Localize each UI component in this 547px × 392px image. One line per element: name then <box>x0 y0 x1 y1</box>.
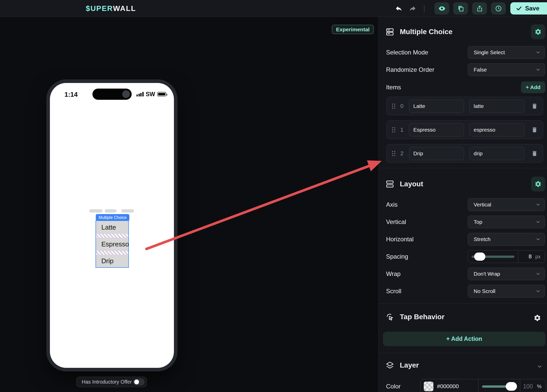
history-button[interactable] <box>491 2 506 15</box>
opacity-slider[interactable] <box>478 379 520 392</box>
axis-label: Axis <box>386 198 398 211</box>
color-control: #000000 100 % <box>420 379 546 392</box>
chevron-down-icon <box>536 202 541 207</box>
copy-icon <box>457 5 464 12</box>
trash-icon <box>531 127 538 133</box>
delete-item-button[interactable] <box>531 126 538 134</box>
clock-icon <box>495 5 502 12</box>
placeholder-pill <box>89 209 103 213</box>
item-label-input[interactable] <box>409 100 464 113</box>
component-section-header: Multiple Choice <box>386 27 453 36</box>
choice-option[interactable]: Espresso <box>96 237 128 251</box>
toolbar-divider <box>424 5 425 12</box>
section-title: Multiple Choice <box>400 28 453 36</box>
section-title: Layer <box>400 361 419 369</box>
section-divider <box>379 353 547 353</box>
chevron-down-icon <box>536 271 541 276</box>
component-settings-button[interactable] <box>531 24 545 39</box>
redo-button[interactable] <box>408 4 417 12</box>
layout-settings-button[interactable] <box>531 177 545 191</box>
toggle-knob <box>134 380 139 384</box>
spacing-value[interactable]: 8 <box>529 253 532 260</box>
item-index: 0 <box>399 103 404 109</box>
color-hex-value[interactable]: #000000 <box>437 383 459 390</box>
editor-canvas: Experimental 1:14 SW Multiple Choice <box>0 17 378 392</box>
share-button[interactable] <box>472 2 487 15</box>
intro-offer-label: Has Introductory Offer <box>82 379 132 385</box>
carrier-label: SW <box>146 91 155 98</box>
selection-mode-label: Selection Mode <box>386 46 428 59</box>
item-label-input[interactable] <box>409 147 464 160</box>
gear-icon <box>534 314 541 322</box>
placeholder-pill <box>121 209 134 213</box>
undo-icon <box>395 5 403 12</box>
eye-icon <box>439 5 445 12</box>
section-title: Layout <box>400 180 423 188</box>
dropdown-value: Top <box>474 219 482 225</box>
list-icon <box>386 27 394 36</box>
spacing-label: Spacing <box>386 250 408 263</box>
chevron-down-icon <box>536 219 541 225</box>
preview-button[interactable] <box>434 2 449 15</box>
scroll-label: Scroll <box>386 285 401 298</box>
layer-collapse-chevron[interactable] <box>537 363 543 370</box>
save-button[interactable]: Save <box>510 2 547 15</box>
vertical-dropdown[interactable]: Top <box>468 216 545 228</box>
drag-handle-icon[interactable] <box>392 104 395 109</box>
tap-behavior-settings-button[interactable] <box>534 314 542 322</box>
item-value-input[interactable] <box>469 100 524 113</box>
spacing-stripe <box>96 234 128 237</box>
layout-rows-icon <box>386 180 394 188</box>
opacity-value[interactable]: 100 <box>523 383 533 390</box>
cursor-click-icon <box>386 313 394 321</box>
trash-icon <box>531 150 538 157</box>
add-item-button[interactable]: + Add <box>521 81 545 93</box>
duplicate-button[interactable] <box>453 2 468 15</box>
item-index: 2 <box>399 150 404 157</box>
save-label: Save <box>525 5 539 12</box>
slider-knob[interactable] <box>474 253 485 261</box>
placeholder-pill <box>105 209 117 213</box>
add-action-button[interactable]: + Add Action <box>383 332 545 346</box>
intro-offer-toggle[interactable] <box>133 379 144 385</box>
multiple-choice-component[interactable]: Latte Espresso Drip <box>95 220 129 268</box>
item-value-input[interactable] <box>469 123 524 136</box>
experimental-badge: Experimental <box>332 25 374 34</box>
item-index: 1 <box>399 127 404 133</box>
section-divider <box>379 168 547 168</box>
color-swatch[interactable] <box>424 382 433 391</box>
tap-behavior-header: Tap Behavior <box>386 313 444 321</box>
choice-option[interactable]: Drip <box>96 255 128 267</box>
layer-section-header: Layer <box>386 361 419 370</box>
dropdown-value: False <box>474 67 487 73</box>
chevron-down-icon <box>536 67 541 72</box>
top-bar: $UPERWALL Save <box>0 0 547 17</box>
phone-mockup: 1:14 SW Multiple Choice Latte Espresso <box>46 79 177 371</box>
delete-item-button[interactable] <box>531 102 538 110</box>
slider-knob[interactable] <box>506 382 517 391</box>
delete-item-button[interactable] <box>531 150 538 157</box>
signal-icon <box>136 92 144 96</box>
wrap-dropdown[interactable]: Don't Wrap <box>468 268 545 280</box>
dropdown-value: Stretch <box>474 236 491 242</box>
dropdown-value: Vertical <box>474 202 491 208</box>
axis-dropdown[interactable]: Vertical <box>468 198 545 211</box>
undo-button[interactable] <box>395 4 403 12</box>
scroll-dropdown[interactable]: No Scroll <box>468 285 545 298</box>
wrap-label: Wrap <box>386 268 401 280</box>
spacing-stripe <box>96 251 128 255</box>
horizontal-label: Horizontal <box>386 233 414 246</box>
item-value-input[interactable] <box>469 147 524 160</box>
horizontal-dropdown[interactable]: Stretch <box>468 233 545 246</box>
spacing-slider[interactable] <box>468 250 518 263</box>
randomize-order-dropdown[interactable]: False <box>468 63 545 76</box>
drag-handle-icon[interactable] <box>392 151 395 156</box>
selection-mode-dropdown[interactable]: Single Select <box>468 46 545 59</box>
item-label-input[interactable] <box>409 123 464 136</box>
choice-option[interactable]: Latte <box>96 221 128 234</box>
spacing-unit: px <box>535 254 541 260</box>
drag-handle-icon[interactable] <box>392 127 395 132</box>
intro-offer-control: Has Introductory Offer <box>76 377 147 387</box>
dynamic-island <box>92 89 132 100</box>
layout-section-header: Layout <box>386 180 423 188</box>
